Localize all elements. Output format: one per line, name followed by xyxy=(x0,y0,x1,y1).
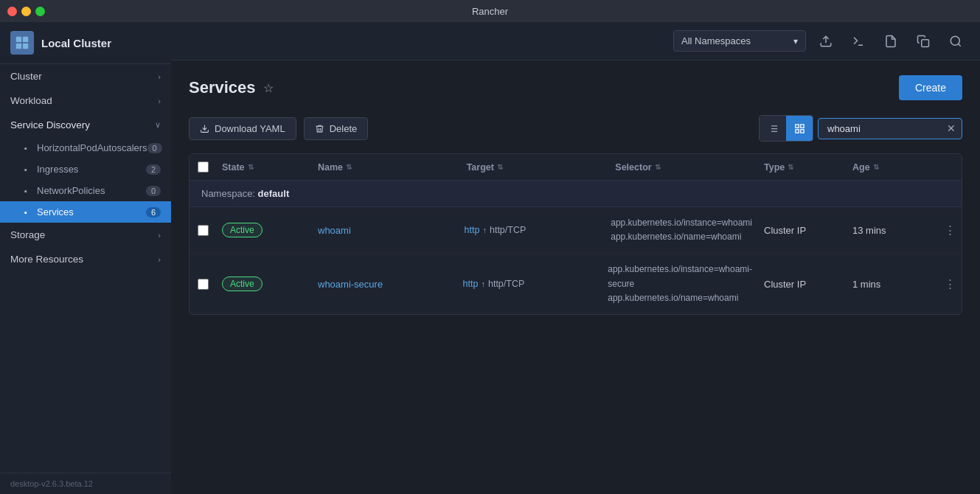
sidebar-item-cluster-label: Cluster xyxy=(10,71,42,82)
create-button[interactable]: Create xyxy=(899,75,962,100)
th-name[interactable]: Name ⇅ xyxy=(312,162,461,173)
delete-label: Delete xyxy=(330,123,358,134)
whoami-secure-protocol[interactable]: http xyxy=(463,279,479,289)
sidebar-logo[interactable]: Local Cluster xyxy=(0,22,171,64)
copy-button[interactable] xyxy=(911,29,936,54)
terminal-button[interactable] xyxy=(846,29,871,54)
whoami-selector-line2: app.kubernetes.io/name=whoami xyxy=(611,230,752,244)
whoami-checkbox[interactable] xyxy=(198,225,209,236)
svg-line-8 xyxy=(958,44,960,46)
minimize-button[interactable] xyxy=(21,7,31,16)
sidebar-nav: Cluster › Workload › Service Discovery ∨ xyxy=(0,64,171,271)
table-row: Active whoami-secure http ↑ http/TCP xyxy=(190,254,962,314)
page-title: Services xyxy=(189,78,256,97)
whoami-secure-target-desc: http/TCP xyxy=(488,279,524,289)
whoami-link[interactable]: whoami xyxy=(318,225,351,236)
sidebar-item-storage-label: Storage xyxy=(10,229,45,240)
namespace-group-value: default xyxy=(258,188,290,199)
sidebar-item-storage[interactable]: Storage › xyxy=(0,223,171,247)
select-all-checkbox[interactable] xyxy=(198,161,209,173)
row-whoami-name: whoami xyxy=(312,225,459,236)
svg-rect-2 xyxy=(16,44,21,49)
whoami-secure-status-badge: Active xyxy=(222,276,263,291)
whoami-more-button[interactable]: ⋮ xyxy=(941,220,959,241)
th-state[interactable]: State ⇅ xyxy=(216,162,312,173)
whoami-status-badge: Active xyxy=(222,223,263,237)
svg-rect-0 xyxy=(16,37,21,42)
row-whoami-age: 13 mins xyxy=(847,225,935,236)
th-type[interactable]: Type ⇅ xyxy=(758,162,847,173)
search-clear-button[interactable]: ✕ xyxy=(947,122,956,134)
hpa-label: HorizontalPodAutoscalers xyxy=(37,142,147,153)
maximize-button[interactable] xyxy=(35,7,45,16)
sidebar-item-ingresses[interactable]: ▪ Ingresses 2 xyxy=(0,159,171,180)
table-row: Active whoami http ↑ http/TCP xyxy=(190,207,962,254)
row-whoami-type: Cluster IP xyxy=(758,225,847,236)
sidebar-item-service-discovery[interactable]: Service Discovery ∨ xyxy=(0,113,171,137)
svg-rect-16 xyxy=(795,124,798,127)
app-title: Rancher xyxy=(472,6,508,17)
workload-chevron-icon: › xyxy=(158,97,161,105)
th-age[interactable]: Age ⇅ xyxy=(847,162,935,173)
more-resources-chevron-icon: › xyxy=(158,255,161,264)
row-whoami-state: Active xyxy=(216,223,312,237)
whoami-secure-target-arrow: ↑ xyxy=(481,279,485,288)
namespace-group-row: Namespace: default xyxy=(190,181,962,207)
services-table: State ⇅ Name ⇅ Target ⇅ Selector ⇅ xyxy=(189,153,962,315)
sidebar-item-cluster[interactable]: Cluster › xyxy=(0,64,171,88)
whoami-secure-target-cell: http ↑ http/TCP xyxy=(463,279,597,289)
th-target[interactable]: Target ⇅ xyxy=(461,162,610,173)
sidebar-item-more-resources[interactable]: More Resources › xyxy=(0,247,171,271)
main-content: All Namespaces ▾ xyxy=(171,22,980,494)
cluster-chevron-icon: › xyxy=(158,72,161,81)
sidebar-item-more-resources-label: More Resources xyxy=(10,254,83,265)
download-yaml-button[interactable]: Download YAML xyxy=(189,117,296,140)
upload-button[interactable] xyxy=(813,29,838,54)
whoami-secure-selector-line1: app.kubernetes.io/instance=whoami-secure xyxy=(608,262,752,291)
row-whoami-secure-type: Cluster IP xyxy=(758,279,847,290)
namespace-selector[interactable]: All Namespaces ▾ xyxy=(673,30,806,52)
view-toggle xyxy=(759,115,813,142)
type-sort-icon: ⇅ xyxy=(788,163,793,171)
close-button[interactable] xyxy=(7,7,17,16)
whoami-secure-more-button[interactable]: ⋮ xyxy=(941,274,959,295)
sidebar-item-network-policies[interactable]: ▪ NetworkPolicies 0 xyxy=(0,180,171,201)
network-policies-icon: ▪ xyxy=(21,186,31,196)
namespace-chevron-icon: ▾ xyxy=(793,36,798,46)
app-body: Local Cluster Cluster › Workload › Servi… xyxy=(0,22,980,494)
svg-rect-18 xyxy=(795,129,798,132)
list-view-icon xyxy=(768,123,779,134)
grid-view-button[interactable] xyxy=(786,116,813,141)
th-checkbox xyxy=(190,161,216,173)
row-whoami-checkbox-cell xyxy=(190,225,216,236)
network-policies-label: NetworkPolicies xyxy=(37,185,105,196)
sidebar-item-services[interactable]: ▪ Services 6 xyxy=(0,201,171,223)
file-button[interactable] xyxy=(878,29,903,54)
favorite-star-icon[interactable]: ☆ xyxy=(263,81,274,95)
th-selector[interactable]: Selector ⇅ xyxy=(609,162,758,173)
grid-view-icon xyxy=(794,123,805,134)
network-policies-count: 0 xyxy=(146,186,161,196)
topbar: All Namespaces ▾ xyxy=(171,22,980,60)
sidebar-item-horizontal-pod-autoscalers[interactable]: ▪ HorizontalPodAutoscalers 0 xyxy=(0,137,171,159)
whoami-secure-checkbox[interactable] xyxy=(198,279,209,290)
search-box: ✕ xyxy=(818,118,962,139)
whoami-protocol[interactable]: http xyxy=(465,225,480,235)
download-yaml-label: Download YAML xyxy=(215,123,285,134)
whoami-target-arrow: ↑ xyxy=(482,226,487,234)
delete-icon xyxy=(315,124,324,133)
services-count: 6 xyxy=(146,207,161,218)
sidebar-item-workload[interactable]: Workload › xyxy=(0,88,171,113)
sidebar-item-service-discovery-label: Service Discovery xyxy=(10,119,90,131)
age-sort-icon: ⇅ xyxy=(873,163,879,171)
hpa-icon: ▪ xyxy=(21,143,31,153)
svg-point-7 xyxy=(951,36,959,45)
toolbar-left: Download YAML Delete xyxy=(189,117,368,140)
row-whoami-secure-target: http ↑ http/TCP xyxy=(457,279,602,289)
search-button[interactable] xyxy=(943,29,968,54)
list-view-button[interactable] xyxy=(760,116,786,141)
delete-button[interactable]: Delete xyxy=(304,117,369,140)
row-whoami-secure-checkbox-cell xyxy=(190,279,216,290)
whoami-secure-link[interactable]: whoami-secure xyxy=(318,279,383,290)
search-input[interactable] xyxy=(824,119,942,139)
